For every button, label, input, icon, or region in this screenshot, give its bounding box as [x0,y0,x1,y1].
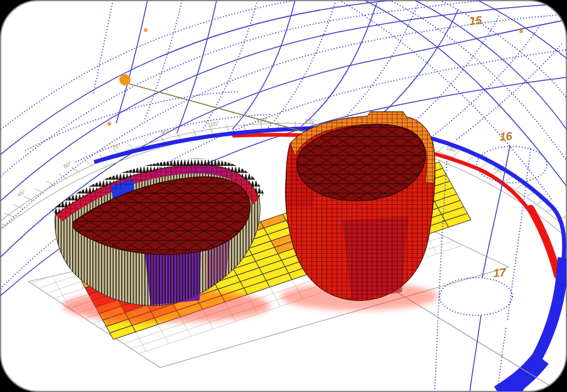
hour-label: 17 [493,266,507,280]
cad-3d-viewport[interactable]: 45°60°75°90°105°120°135°180°195°210° [0,0,567,392]
viewport-frame: 45°60°75°90°105°120°135°180°195°210° [0,0,567,392]
azimuth-label: 135° [305,118,316,125]
hour-label: 16 [499,130,513,143]
sun-path-marker [108,122,111,126]
sun-path-marker [144,29,148,32]
hour-label: 15 [468,14,483,28]
sun-path-marker [520,30,523,33]
sun-marker[interactable] [119,74,131,85]
